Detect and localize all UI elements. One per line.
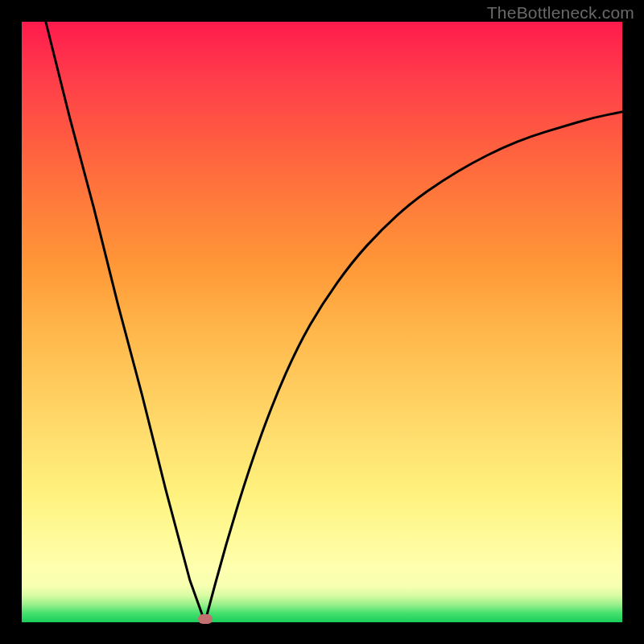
watermark-label: TheBottleneck.com bbox=[487, 3, 634, 23]
chart-container: TheBottleneck.com bbox=[0, 0, 644, 644]
bottleneck-curve bbox=[22, 22, 622, 622]
curve-right-branch bbox=[205, 112, 622, 622]
plot-area bbox=[22, 22, 622, 622]
minimum-marker bbox=[198, 614, 213, 624]
curve-left-branch bbox=[46, 22, 205, 622]
